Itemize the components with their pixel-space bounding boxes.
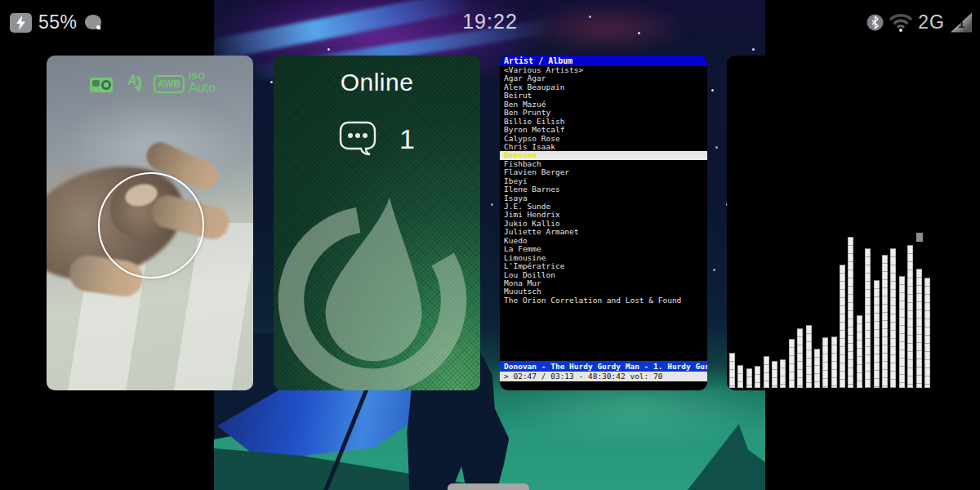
unread-messages-row: 1 xyxy=(274,121,480,157)
bluetooth-icon xyxy=(866,13,884,32)
artist-list-item: La Femme xyxy=(500,245,707,253)
artist-list-item: Muuutsch xyxy=(500,287,707,296)
music-list-header: Artist / Album xyxy=(500,56,707,66)
camera-focus-ring xyxy=(98,172,204,278)
artist-list-item: Billie Eilish xyxy=(500,118,707,126)
artist-list-item-selected: Donovan xyxy=(500,151,707,159)
artist-list-item: Jimi Hendrix xyxy=(500,211,707,219)
clock: 19:22 xyxy=(0,10,980,33)
spectrum-bar xyxy=(729,353,735,388)
artist-list-item: Ibeyi xyxy=(500,177,707,185)
artist-list-bottom: FishbachFlavien BergerIbeyiIlene BarnesI… xyxy=(500,160,707,305)
spectrum-bar xyxy=(755,366,760,388)
spectrum-bar xyxy=(831,336,837,388)
signal-strength-icon: 1 xyxy=(951,13,972,33)
awb-badge: AWB xyxy=(154,75,185,93)
artist-list-item: Lou Doillon xyxy=(500,271,707,279)
artist-list-item: Beirut xyxy=(500,91,707,100)
spectrum-bar xyxy=(924,278,930,388)
spectrum-bar xyxy=(848,237,853,388)
spectrum-bar xyxy=(772,361,777,388)
pulley-handle[interactable] xyxy=(448,483,529,490)
spectrum-bars xyxy=(729,58,931,388)
artist-list-item: L'Impératrice xyxy=(500,262,707,270)
artist-list-item: Ben Mazué xyxy=(500,100,707,109)
flash-auto-icon: A xyxy=(126,72,147,96)
artist-list-item: Flavien Berger xyxy=(500,168,707,176)
unread-count: 1 xyxy=(399,123,415,155)
camera-app-cover[interactable]: A AWB ISO Auto xyxy=(47,56,253,390)
now-playing-bar: Donovan - The Hurdy Gurdy Man - 1. Hurdy… xyxy=(500,361,707,372)
spectrum-bar xyxy=(814,349,820,388)
spectrum-bar xyxy=(746,368,752,388)
music-player-cover[interactable]: Artist / Album <Various Artists>Agar Aga… xyxy=(500,56,707,390)
spectrum-bar xyxy=(764,356,769,388)
artist-list-item: Byron Metcalf xyxy=(500,126,707,134)
artist-list-item: Calypso Rose xyxy=(500,135,707,143)
spectrum-visualizer-cover[interactable] xyxy=(727,56,933,390)
chat-bubble-icon xyxy=(339,121,378,157)
iso-setting: ISO Auto xyxy=(189,72,216,95)
spectrum-bar xyxy=(882,255,888,388)
spectrum-bar xyxy=(780,359,786,388)
artist-list-item: Juliette Armanet xyxy=(500,228,707,236)
presence-status: Online xyxy=(274,69,480,96)
spectrum-peak-indicator xyxy=(916,233,923,242)
music-list-empty-space xyxy=(500,305,707,361)
iso-value: Auto xyxy=(189,82,216,95)
spectrum-bar xyxy=(840,265,845,388)
artist-list-item: Fishbach xyxy=(500,160,707,168)
artist-list-item: <Various Artists> xyxy=(500,66,707,74)
artist-list-item: J.E. Sunde xyxy=(500,203,707,211)
iso-label: ISO xyxy=(189,72,216,81)
artist-list-item: Ilene Barnes xyxy=(500,185,707,194)
artist-list-item: Limousine xyxy=(500,254,707,262)
player-status-line: > 02:47 / 03:13 - 48:30:42 vol: 70 xyxy=(500,372,707,381)
signal-level: 1 xyxy=(958,16,964,30)
svg-text:A: A xyxy=(127,74,137,87)
messaging-app-cover[interactable]: Online 1 xyxy=(274,56,480,390)
status-bar: 55% 19:22 2G 1 xyxy=(0,0,980,47)
artist-list-item: Jukio Kallio xyxy=(500,220,707,228)
spectrum-bar xyxy=(806,325,812,388)
mattermost-logo-icon xyxy=(274,185,479,390)
artist-list-item: Ben Prunty xyxy=(500,109,707,117)
artist-list-top: <Various Artists>Agar AgarAlex BeaupainB… xyxy=(500,66,707,151)
spectrum-bar xyxy=(907,245,913,388)
wifi-icon xyxy=(889,14,912,32)
network-type: 2G xyxy=(918,11,945,33)
app-switcher-screen: 55% 19:22 2G 1 xyxy=(0,0,980,490)
spectrum-bar xyxy=(857,315,862,388)
artist-list-item: Isaya xyxy=(500,194,707,203)
camera-hud: A AWB ISO Auto xyxy=(47,72,253,101)
spectrum-bar xyxy=(916,269,922,388)
spectrum-bar xyxy=(737,365,743,388)
spectrum-bar xyxy=(822,337,828,388)
artist-list-item: Alex Beaupain xyxy=(500,83,707,91)
spectrum-bar xyxy=(890,248,896,388)
artist-list-item: The Orion Correlation and Lost & Found xyxy=(500,296,707,305)
artist-list-item: Mona Mur xyxy=(500,279,707,287)
spectrum-bar xyxy=(874,280,880,388)
camera-icon xyxy=(89,75,114,93)
spectrum-bar xyxy=(899,276,905,388)
artist-list-item: Chris Isaak xyxy=(500,143,707,151)
spectrum-bar xyxy=(797,328,803,388)
spectrum-bar xyxy=(865,248,871,388)
artist-list-item: Kuedo xyxy=(500,237,707,245)
spectrum-bar xyxy=(789,339,795,388)
artist-list-item: Agar Agar xyxy=(500,74,707,82)
